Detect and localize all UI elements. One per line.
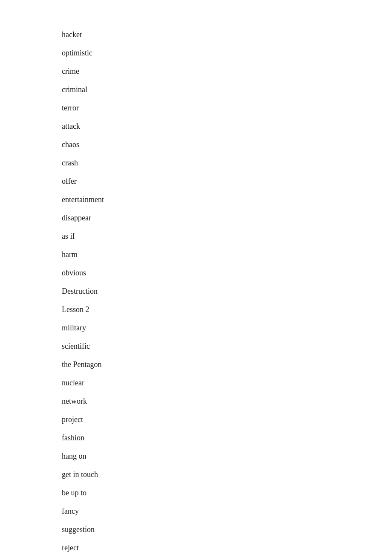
list-item: crash [62, 154, 392, 172]
list-item: disappear [62, 209, 392, 227]
list-item: optimistic [62, 44, 392, 62]
list-item: hacker [62, 26, 392, 44]
list-item: fashion [62, 429, 392, 447]
list-item: the Pentagon [62, 356, 392, 374]
list-item: be up to [62, 484, 392, 502]
list-item: terror [62, 99, 392, 117]
list-item: nuclear [62, 374, 392, 392]
list-item: get in touch [62, 465, 392, 484]
list-item: Destruction [62, 282, 392, 301]
list-item: chaos [62, 136, 392, 154]
list-item: crime [62, 62, 392, 81]
list-item: entertainment [62, 191, 392, 209]
list-item: attack [62, 117, 392, 136]
list-item: fancy [62, 502, 392, 520]
list-item: criminal [62, 81, 392, 99]
list-item: harm [62, 246, 392, 264]
list-item: network [62, 392, 392, 410]
list-item: offer [62, 172, 392, 191]
list-item: hang on [62, 447, 392, 465]
list-item: military [62, 319, 392, 337]
list-item: scientific [62, 337, 392, 356]
list-item: as if [62, 227, 392, 246]
list-item: Lesson 2 [62, 301, 392, 319]
list-item: obvious [62, 264, 392, 282]
list-item: reject [62, 539, 392, 555]
word-list: hackeroptimisticcrimecriminalterrorattac… [0, 0, 392, 555]
list-item: project [62, 410, 392, 429]
list-item: suggestion [62, 520, 392, 539]
